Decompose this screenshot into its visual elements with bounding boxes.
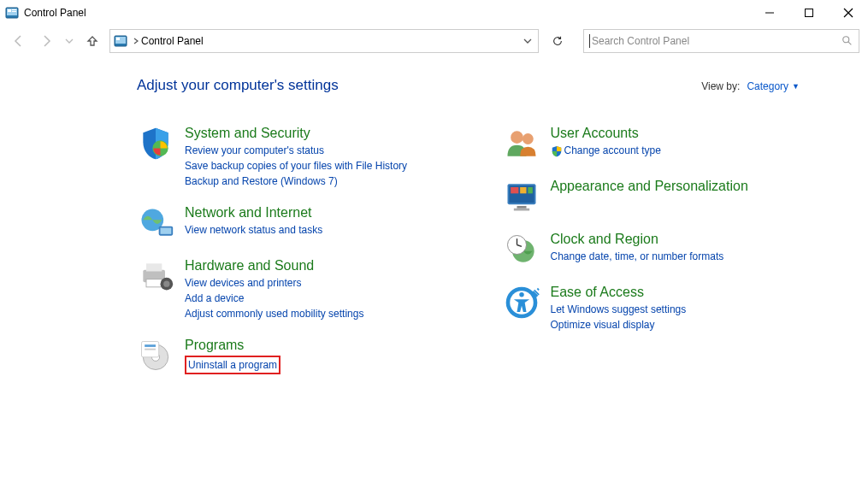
svg-point-43 [519,292,524,297]
category-link-uninstall-a-program[interactable]: Uninstall a program [185,356,280,374]
shield-icon [137,125,174,162]
up-button[interactable] [82,31,103,51]
category-link[interactable]: Change account type [551,143,661,158]
category-user-accounts: User Accounts Change account type [503,125,835,162]
clock-icon [503,231,540,268]
back-button[interactable] [9,31,29,51]
category-link[interactable]: Add a device [185,291,363,306]
recent-locations-button[interactable] [63,31,75,51]
disc-icon [137,337,174,374]
category-clock-and-region: Clock and Region Change date, time, or n… [503,231,835,268]
forward-button[interactable] [36,31,56,51]
svg-rect-20 [146,279,162,287]
category-title[interactable]: Appearance and Personalization [551,178,748,194]
svg-rect-33 [520,187,526,193]
refresh-button[interactable] [546,29,570,53]
svg-point-12 [843,37,849,43]
svg-point-29 [522,133,533,144]
address-history-button[interactable] [521,37,534,45]
users-icon [503,125,540,162]
category-programs: Programs Uninstall a program [137,337,469,374]
categories-right-column: User Accounts Change account type Appear… [503,125,835,390]
printer-icon [137,257,174,295]
breadcrumb-separator-icon[interactable] [133,37,139,46]
title-bar: Control Panel [0,0,868,26]
minimize-button[interactable] [750,0,789,26]
category-title[interactable]: Clock and Region [551,231,724,247]
search-icon [841,35,853,47]
category-link[interactable]: Adjust commonly used mobility settings [185,306,363,321]
svg-rect-17 [161,228,172,234]
svg-rect-32 [511,187,518,193]
svg-rect-4 [12,11,16,12]
svg-line-13 [848,42,852,45]
category-title[interactable]: User Accounts [551,125,661,141]
category-system-and-security: System and Security Review your computer… [137,125,469,189]
category-network-and-internet: Network and Internet View network status… [137,204,469,242]
category-link[interactable]: View devices and printers [185,275,363,291]
desktop-icon [503,178,540,215]
control-panel-icon [114,34,127,48]
view-by-dropdown[interactable]: Category ▼ [747,80,800,92]
category-ease-of-access: Ease of Access Let Windows suggest setti… [503,284,835,332]
category-link[interactable]: View network status and tasks [185,222,322,238]
category-title[interactable]: Programs [185,337,280,353]
svg-rect-11 [116,38,120,40]
svg-rect-27 [145,349,156,350]
svg-rect-26 [145,345,156,348]
svg-rect-34 [528,187,533,193]
content-area: Adjust your computer's settings View by:… [0,56,868,390]
control-panel-icon [5,6,19,20]
text-cursor [589,34,590,48]
uac-shield-icon [551,145,563,157]
category-title[interactable]: System and Security [185,125,407,141]
ease-of-access-icon [503,284,540,321]
category-link[interactable]: Optimize visual display [551,317,687,332]
category-link[interactable]: Change date, time, or number formats [551,249,724,264]
svg-rect-6 [806,9,813,17]
svg-rect-36 [513,209,528,211]
category-appearance-and-personalization: Appearance and Personalization [503,178,835,215]
categories-left-column: System and Security Review your computer… [137,125,469,390]
search-placeholder: Search Control Panel [592,35,841,47]
view-by-label: View by: [701,80,740,92]
svg-rect-35 [517,206,526,209]
svg-point-28 [511,131,523,144]
view-by-control: View by: Category ▼ [701,80,800,92]
address-bar[interactable]: Control Panel [109,29,539,53]
category-title[interactable]: Network and Internet [185,204,322,221]
category-title[interactable]: Hardware and Sound [185,257,363,274]
category-link[interactable]: Let Windows suggest settings [551,302,687,317]
category-link[interactable]: Review your computer's status [185,143,407,158]
navigation-toolbar: Control Panel Search Control Panel [0,26,868,56]
breadcrumb-current[interactable]: Control Panel [141,35,204,47]
svg-rect-3 [12,9,16,10]
category-link[interactable]: Backup and Restore (Windows 7) [185,174,407,189]
category-title[interactable]: Ease of Access [551,284,687,300]
globe-icon [137,204,174,242]
close-button[interactable] [829,0,868,26]
svg-rect-2 [8,9,11,12]
page-title: Adjust your computer's settings [137,77,701,94]
search-input[interactable]: Search Control Panel [583,29,859,53]
svg-point-22 [163,281,169,287]
svg-rect-19 [146,264,162,272]
maximize-button[interactable] [789,0,829,26]
category-hardware-and-sound: Hardware and Sound View devices and prin… [137,257,469,321]
window-title: Control Panel [24,7,86,19]
chevron-down-icon: ▼ [792,82,800,91]
category-link[interactable]: Save backup copies of your files with Fi… [185,158,407,174]
